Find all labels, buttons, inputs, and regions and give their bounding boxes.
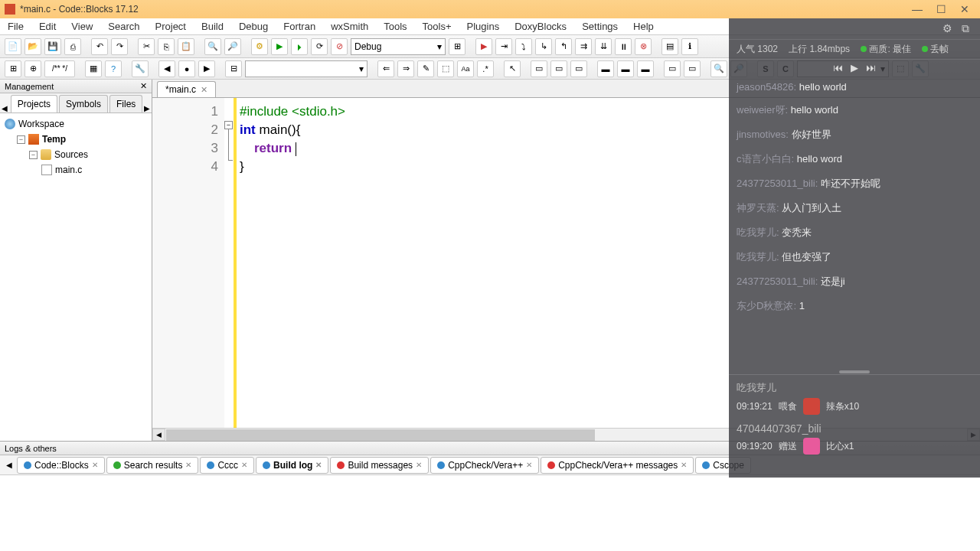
next-icon[interactable]: ⏭ [866,62,876,73]
redo-icon[interactable]: ↷ [111,38,128,55]
close-icon[interactable]: ✕ [185,461,191,469]
build-run-icon[interactable]: ⏵ [291,38,308,55]
close-icon[interactable]: ✕ [315,461,322,469]
tb2-icon[interactable]: ▭ [664,60,681,77]
target-icon[interactable]: ⊞ [449,38,466,55]
menu-fortran[interactable]: Fortran [276,19,323,34]
run-icon[interactable]: ▶ [271,38,288,55]
nav-fwd-icon[interactable]: ▶ [198,60,215,77]
jump-back-icon[interactable]: ⇐ [377,60,394,77]
tree-workspace[interactable]: Workspace [5,116,147,132]
menu-plugins[interactable]: Plugins [459,19,508,34]
popout-icon[interactable]: ⧉ [959,22,972,36]
maximize-button[interactable]: ☐ [936,3,946,15]
close-icon[interactable]: ✕ [681,461,687,469]
jump-fwd-icon[interactable]: ⇒ [397,60,414,77]
close-icon[interactable]: ✕ [92,461,98,469]
log-tab-buildmsg[interactable]: Build messages✕ [330,457,429,474]
paste-icon[interactable]: 📋 [178,38,194,55]
menu-view[interactable]: View [64,19,100,34]
cut-icon[interactable]: ✂ [138,38,155,55]
tb2-select[interactable]: ▾ [245,60,368,77]
tb2-icon[interactable]: ▬ [597,60,614,77]
nav-stop-icon[interactable]: ● [178,60,195,77]
step-out-icon[interactable]: ↰ [555,38,572,55]
menu-project[interactable]: Project [148,19,194,34]
tb2-icon[interactable]: ▭ [550,60,567,77]
logs-left-arrow[interactable]: ◀ [3,461,15,469]
log-tab-cppcheckmsg[interactable]: CppCheck/Vera++ messages✕ [541,457,694,474]
info-icon[interactable]: ℹ [681,38,698,55]
drag-handle-icon[interactable] [839,370,870,373]
menu-build[interactable]: Build [194,19,231,34]
tb2-icon[interactable]: ⊞ [5,60,21,77]
menu-file[interactable]: File [0,19,31,34]
menu-tools[interactable]: Tools [376,19,414,34]
nav-back-icon[interactable]: ◀ [158,60,175,77]
case-icon[interactable]: Aa [457,60,474,77]
close-icon[interactable]: ✕ [416,461,422,469]
stop-debug-icon[interactable]: ⊗ [635,38,652,55]
tab-symbols[interactable]: Symbols [59,95,108,112]
log-tab-cppcheck[interactable]: CppCheck/Vera++✕ [430,457,539,474]
editor-tab-mainc[interactable]: *main.c ✕ [157,81,216,97]
step-instr-icon[interactable]: ⇊ [595,38,612,55]
regex-icon[interactable]: .* [477,60,494,77]
tb2-icon[interactable]: ⊟ [225,60,242,77]
menu-debug[interactable]: Debug [231,19,276,34]
tree-project[interactable]: −Temp [5,132,147,147]
tb2-help-icon[interactable]: ? [105,60,122,77]
close-icon[interactable]: ✕ [241,461,247,469]
menu-settings[interactable]: Settings [574,19,626,34]
scroll-left-icon[interactable]: ◀ [152,429,165,441]
play-icon[interactable]: ▶ [851,62,858,73]
tb2-comment-icon[interactable]: /** */ [44,60,75,77]
tb2-icon[interactable]: ▦ [85,60,102,77]
cursor-icon[interactable]: ↖ [504,60,521,77]
menu-wxsmith[interactable]: wxSmith [323,19,376,34]
tb2-icon[interactable]: ▭ [684,60,701,77]
log-tab-codeblocks[interactable]: Code::Blocks✕ [17,457,105,474]
logs-body[interactable] [0,475,980,551]
fold-minus-icon[interactable]: − [224,121,233,129]
close-button[interactable]: ✕ [960,3,969,15]
tb2-icon[interactable]: ⊕ [24,60,41,77]
tb2-icon[interactable]: ▬ [617,60,634,77]
menu-help[interactable]: Help [626,19,662,34]
highlight-icon[interactable]: ✎ [417,60,434,77]
copy-icon[interactable]: ⎘ [158,38,175,55]
tree-file-mainc[interactable]: main.c [5,162,147,178]
save-all-icon[interactable]: ⎙ [64,38,81,55]
menu-doxyblocks[interactable]: DoxyBlocks [507,19,574,34]
tab-files[interactable]: Files [109,95,142,112]
menu-search[interactable]: Search [100,19,147,34]
menu-toolsplus[interactable]: Tools+ [415,19,459,34]
tb2-icon[interactable]: ▭ [570,60,587,77]
find-icon[interactable]: 🔍 [204,38,221,55]
undo-icon[interactable]: ↶ [91,38,108,55]
collapse-icon[interactable]: − [17,135,25,144]
save-icon[interactable]: 💾 [44,38,61,55]
close-icon[interactable]: ✕ [526,461,532,469]
log-tab-cccc[interactable]: Cccc✕ [200,457,254,474]
tb2-icon[interactable]: ▬ [637,60,654,77]
tab-projects[interactable]: Projects [11,95,57,112]
menu-edit[interactable]: Edit [31,19,64,34]
build-target-select[interactable]: Debug▾ [351,38,446,55]
replace-icon[interactable]: 🔎 [224,38,241,55]
break-icon[interactable]: ⏸ [615,38,632,55]
prev-icon[interactable]: ⏮ [833,62,843,73]
build-icon[interactable]: ⚙ [251,38,268,55]
scroll-thumb[interactable] [166,429,595,441]
run-to-cursor-icon[interactable]: ⇥ [495,38,512,55]
next-instr-icon[interactable]: ⇉ [575,38,592,55]
tabs-left-arrow[interactable]: ◀ [0,104,9,112]
log-tab-search[interactable]: Search results✕ [106,457,199,474]
new-file-icon[interactable]: 📄 [5,38,21,55]
management-close-icon[interactable]: ✕ [140,81,147,91]
abort-icon[interactable]: ⊘ [331,38,348,55]
tabs-right-arrow[interactable]: ▶ [142,104,152,112]
collapse-icon[interactable]: − [29,151,38,159]
select-icon[interactable]: ⬚ [437,60,454,77]
open-icon[interactable]: 📂 [24,38,41,55]
